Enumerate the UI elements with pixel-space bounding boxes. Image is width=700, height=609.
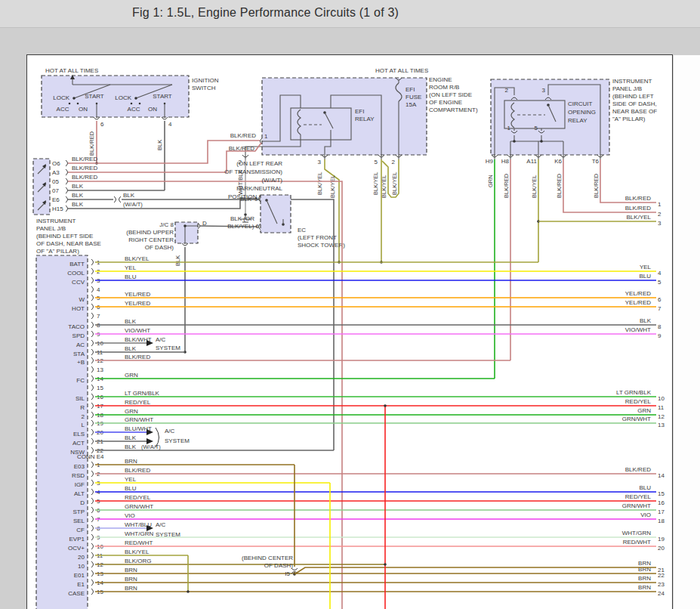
pin-name: +B (77, 359, 85, 366)
pin-number: 5 (375, 159, 378, 165)
component-label: (BEHIND CENTER (242, 555, 293, 561)
pin-name: COOL (67, 270, 85, 277)
wire-label: BRN (638, 584, 651, 591)
junction-dot (183, 224, 187, 227)
edge-number: 7 (658, 305, 661, 312)
wire-label: BLK (125, 434, 137, 441)
wire-label: BLK/YEL (125, 549, 150, 555)
pin-number: 9 (254, 196, 258, 202)
wire-label: BLK/RED (556, 173, 563, 198)
pin-number: 15 (97, 385, 103, 391)
wire-label: RED/WHT (125, 539, 153, 546)
wire-label: BLK (72, 183, 84, 190)
wire-label: BLK/RED (625, 466, 651, 473)
pin-name: H8 (501, 158, 510, 165)
edge-number: 21 (658, 567, 665, 573)
pin-name: SEL (73, 518, 85, 524)
component-label: COMPARTMENT) (429, 107, 478, 113)
pin-name: 10 (78, 563, 85, 570)
wire-label: BLK/RED (125, 467, 150, 474)
wire-label: BLK/RED (125, 354, 150, 360)
pin-name: R (80, 404, 85, 411)
pin-number: 1 (507, 125, 511, 131)
ac-system-label: A/C (165, 428, 175, 434)
wire-label: BRN (125, 567, 137, 573)
wire-label: BLK/RED (625, 195, 651, 202)
component-label: (BEHIND LEFT (612, 93, 654, 100)
component-label: (BEHIND LEFT SIDE (36, 233, 93, 240)
pin-number: 13 (97, 366, 103, 373)
relay-label: RELAY (568, 117, 587, 124)
component-label: (W/A/T) (261, 177, 282, 184)
pin-name: HOT (72, 305, 85, 312)
label: ACC (57, 106, 69, 113)
wire-label: BRN (125, 458, 137, 465)
component-label: INSTRUMENT (612, 78, 652, 85)
component-label: (ON LEFT SIDE (429, 91, 472, 98)
pin-name: TACO (68, 323, 85, 330)
wiring-diagram: HOT AT ALL TIMESIGNITIONSWITCHLOCKSTARTA… (0, 0, 700, 609)
wire-label: GRN/WHT (622, 502, 651, 509)
wire-label: GRN/WHT (622, 416, 651, 422)
edge-number: 12 (658, 413, 665, 420)
pin-name: CF (76, 527, 85, 533)
wire-label: BLK/YEL) 6 (227, 223, 259, 230)
efi-fuse-label: FUSE (406, 94, 421, 100)
ignition-switch-label: IGNITION (192, 77, 219, 84)
edge-number: 23 (658, 581, 665, 588)
pin-name: OCV+ (68, 545, 85, 552)
component-label: J/C 8 (159, 221, 174, 228)
efi-fuse-label: 15A (406, 101, 417, 108)
edge-number: 3 (658, 220, 661, 227)
switch-position-dot (69, 103, 71, 105)
component-label: ENGINE (429, 76, 452, 83)
pnp-switch-box (261, 195, 291, 233)
wire-label: BLK/YEL (627, 214, 652, 221)
wire-label: GRN (487, 175, 494, 187)
pin-name: D (80, 499, 85, 506)
ac-system-label: A/C (156, 336, 166, 343)
relay-label: CIRCUIT (568, 100, 593, 107)
wire-label: BRN (125, 576, 137, 583)
wire-label: VIO/WHT (625, 326, 651, 333)
pin-number: 5 (535, 125, 538, 131)
ac-system-label: SYSTEM (156, 531, 180, 538)
component-label: PANEL J/B (36, 225, 66, 232)
edge-number: 2 (658, 211, 661, 218)
pin-name: NSW (70, 449, 85, 456)
pin-name: I5 (285, 570, 290, 577)
edge-number: 19 (658, 536, 665, 543)
edge-number: 10 (658, 395, 665, 402)
pin-name: 07 (52, 187, 59, 194)
wire-label: GRN/WHT (125, 503, 153, 510)
switch-position-dot (77, 103, 79, 105)
edge-number: 17 (658, 509, 665, 515)
label: ACC (128, 106, 140, 113)
component-label: INSTRUMENT (36, 218, 76, 224)
engine-room-rb-box (262, 78, 427, 155)
wire-label: BLK/YEL (531, 175, 538, 198)
component-label: SIDE OF DASH, (612, 100, 657, 107)
ac-system-label: SYSTEM (156, 345, 180, 351)
wire-label: BLU (125, 274, 137, 280)
pin-name: AC (76, 342, 85, 348)
pin-name: 20 (78, 554, 85, 561)
pin-name: H15 (52, 206, 63, 212)
pin-name: BATT (69, 261, 85, 267)
wire-label: BLK (156, 140, 163, 150)
wire-label: BLK/YEL (381, 175, 387, 198)
wire-label: GRN (125, 372, 138, 379)
pin-name: E03 (74, 463, 85, 470)
junction-dot (134, 97, 137, 100)
edge-number: 16 (658, 499, 665, 506)
wire-label: RED/YEL (625, 398, 652, 405)
pin-name: RSD (72, 472, 85, 479)
wire-label: LT GRN/BLK (616, 389, 652, 396)
edge-number: 13 (658, 422, 665, 428)
wire-label: RED/YEL (625, 493, 652, 500)
wire-label: RED/YEL (125, 494, 151, 501)
wire-label: BLK/RED (230, 132, 256, 139)
wire-note: (W/A/T) (141, 444, 161, 450)
component-label: (BEHIND UPPER (126, 229, 174, 236)
wire-label: BLK/RED (593, 173, 600, 198)
